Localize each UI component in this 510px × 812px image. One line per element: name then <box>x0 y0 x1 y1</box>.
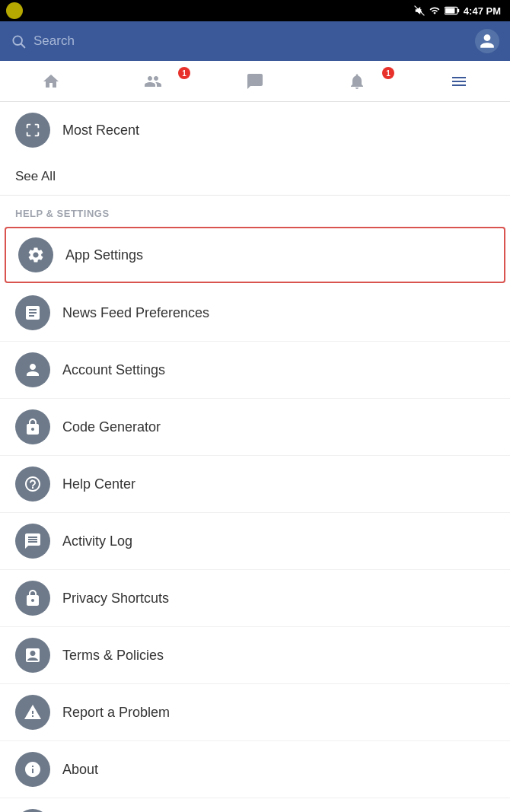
menu-item-code-generator[interactable]: Code Generator <box>0 399 510 456</box>
status-bar: 4:47 PM <box>0 0 510 21</box>
menu-item-report-problem[interactable]: Report a Problem <box>0 684 510 741</box>
search-icon <box>11 33 26 49</box>
news-feed-preferences-label: News Feed Preferences <box>62 305 209 321</box>
about-label: About <box>62 762 98 778</box>
report-problem-icon <box>15 695 50 730</box>
status-time: 4:47 PM <box>464 5 501 17</box>
menu-item-terms-policies[interactable]: Terms & Policies <box>0 627 510 684</box>
wifi-icon <box>429 5 441 16</box>
activity-log-label: Activity Log <box>62 533 132 549</box>
privacy-shortcuts-icon <box>15 581 50 616</box>
friends-badge: 1 <box>178 67 190 79</box>
profile-icon[interactable] <box>475 29 499 53</box>
code-generator-label: Code Generator <box>62 419 161 435</box>
search-input[interactable] <box>33 33 467 49</box>
notifications-badge: 1 <box>382 67 394 79</box>
mute-icon <box>414 5 425 16</box>
nav-tab-messages[interactable] <box>204 61 306 101</box>
most-recent-icon <box>15 113 50 148</box>
account-settings-icon <box>15 352 50 387</box>
terms-policies-icon <box>15 638 50 673</box>
menu-item-app-settings[interactable]: App Settings <box>5 227 505 283</box>
about-icon <box>15 752 50 787</box>
section-header: Help & Settings <box>0 196 510 225</box>
menu-item-about[interactable]: About <box>0 741 510 798</box>
terms-policies-label: Terms & Policies <box>62 648 164 664</box>
most-recent-label: Most Recent <box>62 123 139 139</box>
svg-rect-2 <box>457 9 459 13</box>
nav-tab-friends[interactable]: 1 <box>102 61 204 101</box>
battery-icon <box>445 6 460 15</box>
svg-line-5 <box>21 44 25 48</box>
menu-item-mobile-data[interactable]: Mobile Data <box>0 798 510 812</box>
menu-item-account-settings[interactable]: Account Settings <box>0 342 510 399</box>
content-area: Most Recent See All Help & Settings App … <box>0 102 510 812</box>
most-recent-row[interactable]: Most Recent <box>0 102 510 158</box>
help-center-icon <box>15 467 50 502</box>
news-feed-preferences-icon <box>15 295 50 330</box>
menu-item-help-center[interactable]: Help Center <box>0 456 510 513</box>
menu-item-privacy-shortcuts[interactable]: Privacy Shortcuts <box>0 570 510 627</box>
status-icons: 4:47 PM <box>414 5 501 17</box>
menu-item-news-feed-preferences[interactable]: News Feed Preferences <box>0 285 510 342</box>
app-settings-icon <box>18 237 53 272</box>
help-center-label: Help Center <box>62 476 135 492</box>
menu-item-activity-log[interactable]: Activity Log <box>0 513 510 570</box>
nav-tab-home[interactable] <box>0 61 102 101</box>
report-problem-label: Report a Problem <box>62 705 170 721</box>
code-generator-icon <box>15 409 50 444</box>
nav-tabs: 1 1 <box>0 61 510 102</box>
nav-tab-menu[interactable] <box>408 61 510 101</box>
search-bar <box>0 21 510 61</box>
fb-logo-icon <box>6 2 23 19</box>
svg-rect-3 <box>445 8 454 14</box>
activity-log-icon <box>15 524 50 559</box>
app-settings-label: App Settings <box>65 247 143 263</box>
privacy-shortcuts-label: Privacy Shortcuts <box>62 591 169 607</box>
mobile-data-icon <box>15 809 50 812</box>
nav-tab-notifications[interactable]: 1 <box>306 61 408 101</box>
account-settings-label: Account Settings <box>62 362 165 378</box>
see-all[interactable]: See All <box>0 158 510 196</box>
